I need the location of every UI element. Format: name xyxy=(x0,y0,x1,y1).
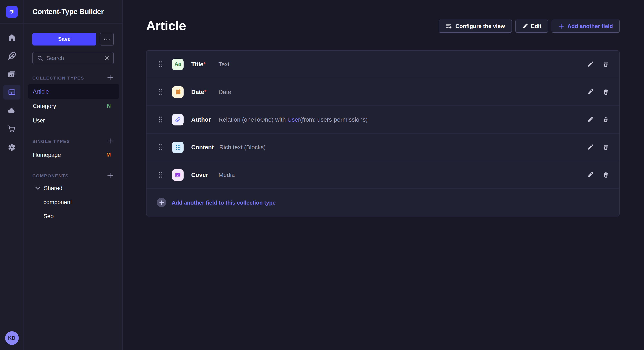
add-collection-type-button[interactable] xyxy=(106,74,114,81)
drag-handle[interactable] xyxy=(157,172,164,178)
drag-handle[interactable] xyxy=(157,89,164,95)
relation-target-link[interactable]: User xyxy=(288,116,300,123)
plus-icon xyxy=(107,138,113,144)
rail-nav xyxy=(3,30,20,154)
sidebar-item-category[interactable]: Category N xyxy=(28,99,119,113)
strapi-logo-icon xyxy=(8,8,15,15)
component-group-shared[interactable]: Shared xyxy=(28,181,119,195)
delete-field-button[interactable] xyxy=(600,114,611,125)
section-components: COMPONENTS xyxy=(32,172,114,179)
plugin-sidebar: Content-Type Builder Save xyxy=(24,0,123,350)
sidebar-body: Save xyxy=(24,24,122,223)
sidebar-item-seo[interactable]: Seo xyxy=(28,209,119,223)
add-field-footer-label: Add another field to this collection typ… xyxy=(172,199,276,206)
add-component-button[interactable] xyxy=(106,172,114,179)
avatar-initials: KD xyxy=(8,335,16,341)
field-type: Text xyxy=(218,61,229,68)
images-icon xyxy=(7,70,16,78)
row-actions xyxy=(585,59,611,69)
rail-marketplace-button[interactable] xyxy=(3,122,20,136)
sidebar-item-component[interactable]: component xyxy=(28,195,119,209)
edit-button[interactable]: Edit xyxy=(515,19,548,32)
drag-handle[interactable] xyxy=(157,61,164,67)
delete-field-button[interactable] xyxy=(600,87,611,97)
more-options-button[interactable] xyxy=(100,33,114,45)
sidebar-item-homepage[interactable]: Homepage M xyxy=(28,148,119,162)
trash-icon xyxy=(602,144,609,150)
field-type: Media xyxy=(218,172,235,178)
field-type: Date xyxy=(218,88,231,95)
sidebar-item-article[interactable]: Article xyxy=(28,84,119,99)
section-label: COMPONENTS xyxy=(32,173,69,178)
rail-home-button[interactable] xyxy=(3,30,20,45)
app-root: KD Content-Type Builder Save xyxy=(0,0,644,350)
layout-grid-icon xyxy=(8,88,16,97)
field-row-title: Aa Title* Text xyxy=(146,51,619,78)
rail-deploy-button[interactable] xyxy=(3,103,20,118)
button-label: Edit xyxy=(531,23,541,29)
rail-media-library-button[interactable] xyxy=(3,67,20,81)
field-row-content: Content Rich text (Blocks) xyxy=(146,134,619,161)
blocks-grid-icon xyxy=(172,141,184,153)
cloud-icon xyxy=(7,106,16,115)
delete-field-button[interactable] xyxy=(600,170,611,180)
sidebar-item-user[interactable]: User xyxy=(28,113,119,128)
field-name: Title* xyxy=(191,61,213,68)
rail-settings-button[interactable] xyxy=(3,140,20,154)
edit-field-button[interactable] xyxy=(585,87,595,97)
link-icon xyxy=(172,114,184,125)
drag-handle[interactable] xyxy=(157,116,164,123)
sidebar-header: Content-Type Builder xyxy=(24,0,122,24)
field-name: Cover xyxy=(191,172,213,178)
configure-view-button[interactable]: Configure the view xyxy=(439,19,512,32)
item-label: Article xyxy=(33,88,49,95)
drag-handle[interactable] xyxy=(157,144,164,150)
fields-table: Aa Title* Text xyxy=(146,50,620,216)
field-row-cover: Cover Media xyxy=(146,161,619,189)
sidebar-actions: Save xyxy=(32,33,114,45)
calendar-icon xyxy=(172,86,184,98)
shared-components-list: component Seo xyxy=(28,195,119,223)
pencil-icon xyxy=(587,89,593,95)
edit-field-button[interactable] xyxy=(585,170,595,180)
section-collection-types: COLLECTION TYPES xyxy=(32,74,114,81)
pencil-icon xyxy=(587,172,593,178)
collection-types-list: Article Category N User xyxy=(28,84,119,128)
field-row-author: Author Relation (oneToOne) with User(fro… xyxy=(146,106,619,134)
trash-icon xyxy=(602,116,609,123)
delete-field-button[interactable] xyxy=(600,59,611,69)
add-single-type-button[interactable] xyxy=(106,137,114,145)
add-field-footer-button[interactable]: Add another field to this collection typ… xyxy=(146,189,619,216)
field-name: Content xyxy=(191,144,214,151)
plus-circle-icon xyxy=(157,198,166,207)
rail-content-manager-button[interactable] xyxy=(3,48,20,63)
field-type: Relation (oneToOne) with User(from: user… xyxy=(218,116,368,123)
button-label: Configure the view xyxy=(456,23,505,29)
edit-field-button[interactable] xyxy=(585,114,595,125)
row-actions xyxy=(585,142,611,152)
header-actions: Configure the view Edit Add another fiel… xyxy=(439,19,620,32)
button-label: Add another field xyxy=(567,23,613,29)
user-avatar[interactable]: KD xyxy=(5,331,18,345)
rail-content-type-builder-button[interactable] xyxy=(3,85,20,100)
group-label: Shared xyxy=(44,185,62,191)
plus-icon xyxy=(107,173,113,178)
edit-field-button[interactable] xyxy=(585,59,595,69)
search-input[interactable] xyxy=(46,55,101,61)
add-another-field-button[interactable]: Add another field xyxy=(552,19,620,32)
strapi-logo[interactable] xyxy=(6,6,18,18)
field-name: Date* xyxy=(191,88,213,95)
page-title: Article xyxy=(146,18,186,34)
save-button[interactable]: Save xyxy=(32,33,96,45)
edit-field-button[interactable] xyxy=(585,142,595,152)
status-badge: M xyxy=(106,152,111,158)
close-icon xyxy=(104,56,109,60)
delete-field-button[interactable] xyxy=(600,142,611,152)
home-icon xyxy=(8,33,16,42)
chevron-down-icon xyxy=(35,187,40,190)
pencil-icon xyxy=(522,23,528,29)
text-field-icon: Aa xyxy=(172,58,184,70)
item-label: Category xyxy=(33,103,56,109)
search-clear-button[interactable] xyxy=(104,56,109,60)
item-label: User xyxy=(33,117,45,124)
